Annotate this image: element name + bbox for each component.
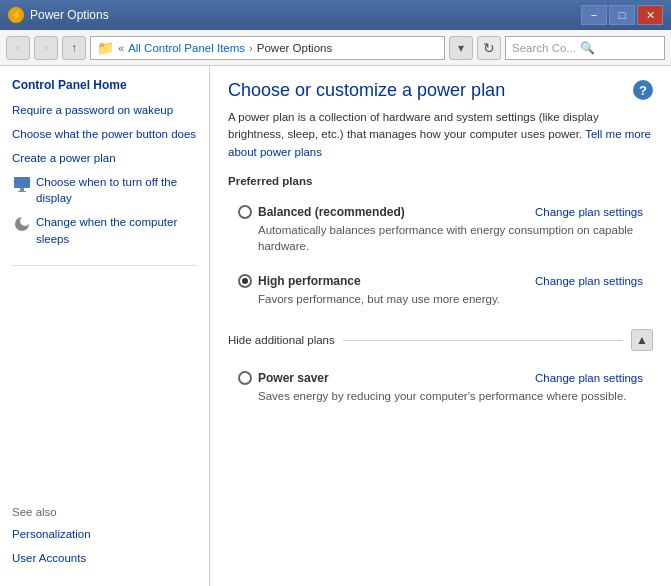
address-path[interactable]: 📁 « All Control Panel Items › Power Opti…: [90, 36, 445, 60]
address-bar: ‹ › ↑ 📁 « All Control Panel Items › Powe…: [0, 30, 671, 66]
radio-dot-high-performance: [242, 278, 248, 284]
page-title: Choose or customize a power plan: [228, 80, 505, 101]
plan-radio-power-saver[interactable]: [238, 371, 252, 385]
app-icon: ⚡: [8, 7, 24, 23]
change-plan-link-high-performance[interactable]: Change plan settings: [535, 275, 643, 287]
plan-name-balanced: Balanced (recommended): [258, 205, 405, 219]
close-button[interactable]: ✕: [637, 5, 663, 25]
sidebar-link-power-button[interactable]: Choose what the power button does: [12, 126, 197, 142]
plan-desc-high-performance: Favors performance, but may use more ene…: [258, 291, 643, 307]
monitor-icon: [12, 174, 32, 198]
plan-desc-balanced: Automatically balances performance with …: [258, 222, 643, 254]
sidebar-link-user-accounts[interactable]: User Accounts: [12, 550, 197, 566]
sidebar-link-create-plan[interactable]: Create a power plan: [12, 150, 197, 166]
maximize-button[interactable]: □: [609, 5, 635, 25]
window-title: Power Options: [30, 8, 581, 22]
sidebar-link-label-password: Require a password on wakeup: [12, 102, 173, 118]
breadcrumb-control-panel[interactable]: All Control Panel Items: [128, 42, 245, 54]
content-area: Choose or customize a power plan ? A pow…: [210, 66, 671, 586]
sidebar-link-label-computer-sleeps: Change when the computer sleeps: [36, 214, 197, 246]
sidebar-link-computer-sleeps[interactable]: Change when the computer sleeps: [12, 214, 197, 246]
see-also-label: See also: [12, 506, 197, 518]
sidebar-link-label-user-accounts: User Accounts: [12, 550, 86, 566]
sidebar-link-label-turn-off-display: Choose when to turn off the display: [36, 174, 197, 206]
plan-item-high-performance: High performance Change plan settings Fa…: [228, 266, 653, 315]
hide-section-line: [343, 340, 623, 341]
dropdown-button[interactable]: ▾: [449, 36, 473, 60]
search-icon: 🔍: [580, 41, 595, 55]
sidebar-bottom: See also Personalization User Accounts: [12, 506, 197, 574]
svg-rect-0: [14, 177, 30, 188]
sidebar: Control Panel Home Require a password on…: [0, 66, 210, 586]
folder-icon: 📁: [97, 40, 114, 56]
sidebar-divider: [12, 265, 197, 266]
plan-name-row-balanced: Balanced (recommended): [238, 205, 405, 219]
sidebar-link-label-create-plan: Create a power plan: [12, 150, 116, 166]
hide-additional-plans-section: Hide additional plans ▲: [228, 329, 653, 351]
sidebar-link-label-power-button: Choose what the power button does: [12, 126, 196, 142]
plan-row-balanced: Balanced (recommended) Change plan setti…: [238, 205, 643, 219]
plan-desc-power-saver: Saves energy by reducing your computer's…: [258, 388, 643, 404]
sidebar-link-turn-off-display[interactable]: Choose when to turn off the display: [12, 174, 197, 206]
content-header: Choose or customize a power plan ?: [228, 80, 653, 109]
svg-rect-2: [18, 191, 26, 192]
refresh-button[interactable]: ↻: [477, 36, 501, 60]
plan-name-row-high-performance: High performance: [238, 274, 361, 288]
plan-item-power-saver: Power saver Change plan settings Saves e…: [228, 363, 653, 412]
search-placeholder: Search Co...: [512, 42, 576, 54]
minimize-button[interactable]: −: [581, 5, 607, 25]
plan-name-row-power-saver: Power saver: [238, 371, 329, 385]
sidebar-link-password[interactable]: Require a password on wakeup: [12, 102, 197, 118]
page-description: A power plan is a collection of hardware…: [228, 109, 653, 161]
hide-additional-plans-label: Hide additional plans: [228, 334, 335, 346]
up-button[interactable]: ↑: [62, 36, 86, 60]
breadcrumb-sep: ›: [249, 42, 253, 54]
back-button[interactable]: ‹: [6, 36, 30, 60]
sidebar-link-personalization[interactable]: Personalization: [12, 526, 197, 542]
search-box[interactable]: Search Co... 🔍: [505, 36, 665, 60]
change-plan-link-power-saver[interactable]: Change plan settings: [535, 372, 643, 384]
description-text: A power plan is a collection of hardware…: [228, 111, 599, 140]
main-layout: Control Panel Home Require a password on…: [0, 66, 671, 586]
preferred-plans-label: Preferred plans: [228, 175, 653, 187]
additional-plan-list: Power saver Change plan settings Saves e…: [228, 363, 653, 412]
breadcrumb-current: Power Options: [257, 42, 332, 54]
plan-name-high-performance: High performance: [258, 274, 361, 288]
forward-button[interactable]: ›: [34, 36, 58, 60]
plan-row-power-saver: Power saver Change plan settings: [238, 371, 643, 385]
title-bar: ⚡ Power Options − □ ✕: [0, 0, 671, 30]
moon-icon: [12, 214, 32, 238]
plan-radio-high-performance[interactable]: [238, 274, 252, 288]
collapse-button[interactable]: ▲: [631, 329, 653, 351]
window-controls: − □ ✕: [581, 5, 663, 25]
svg-point-4: [20, 216, 30, 226]
sidebar-control-panel-home[interactable]: Control Panel Home: [12, 78, 197, 92]
breadcrumb-separator-left: «: [118, 42, 124, 54]
plan-radio-balanced[interactable]: [238, 205, 252, 219]
plan-item-balanced: Balanced (recommended) Change plan setti…: [228, 197, 653, 262]
help-icon[interactable]: ?: [633, 80, 653, 100]
plan-list: Balanced (recommended) Change plan setti…: [228, 197, 653, 315]
plan-name-power-saver: Power saver: [258, 371, 329, 385]
change-plan-link-balanced[interactable]: Change plan settings: [535, 206, 643, 218]
plan-row-high-performance: High performance Change plan settings: [238, 274, 643, 288]
svg-rect-1: [20, 188, 24, 191]
sidebar-link-label-personalization: Personalization: [12, 526, 91, 542]
